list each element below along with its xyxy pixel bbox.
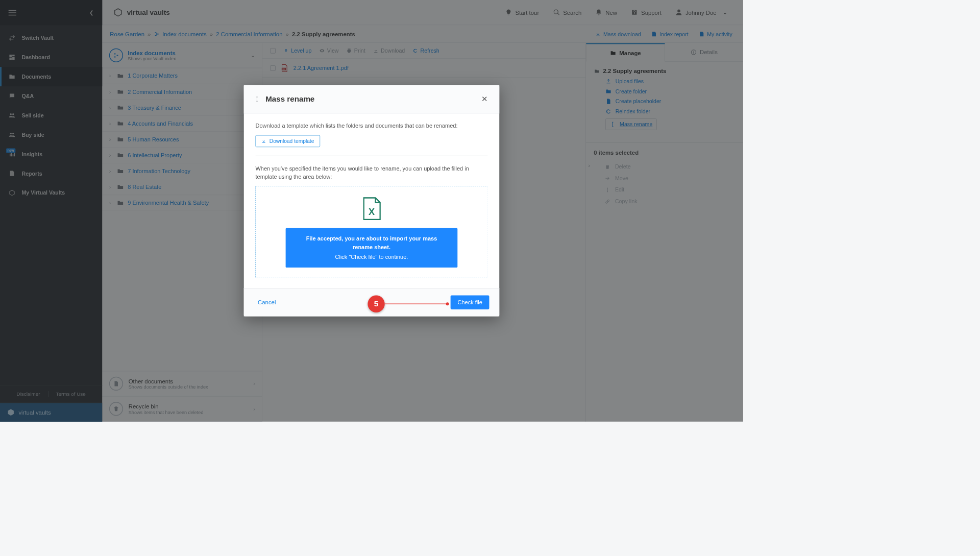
modal-intro: Download a template which lists the fold… (255, 122, 487, 130)
modal-upload-intro: When you've specified the items you woul… (255, 164, 487, 181)
callout-dot (446, 302, 449, 305)
accepted-line-1: File accepted, you are about to import y… (297, 234, 446, 252)
accepted-line-2: Click "Check file" to continue. (297, 252, 446, 261)
callout-line (385, 303, 446, 304)
download-icon (261, 138, 266, 143)
modal-title: Mass rename (265, 94, 479, 103)
download-template-button[interactable]: Download template (255, 135, 320, 147)
callout-number: 5 (368, 295, 384, 312)
close-icon[interactable]: ✕ (480, 93, 489, 105)
modal-footer: Cancel 5 Check file (244, 288, 499, 316)
cancel-button[interactable]: Cancel (258, 299, 276, 306)
modal-header: Mass rename ✕ (244, 85, 499, 113)
mass-rename-modal: Mass rename ✕ Download a template which … (244, 85, 499, 317)
excel-file-icon: X (361, 197, 381, 221)
step-callout: 5 (368, 295, 449, 312)
modal-overlay[interactable]: Mass rename ✕ Download a template which … (0, 0, 743, 422)
file-accepted-banner: File accepted, you are about to import y… (286, 228, 458, 268)
modal-body: Download a template which lists the fold… (244, 113, 499, 288)
text-cursor-icon (254, 95, 260, 103)
check-file-button[interactable]: Check file (451, 295, 489, 309)
svg-text:X: X (369, 207, 375, 217)
upload-dropzone[interactable]: X File accepted, you are about to import… (255, 186, 487, 278)
